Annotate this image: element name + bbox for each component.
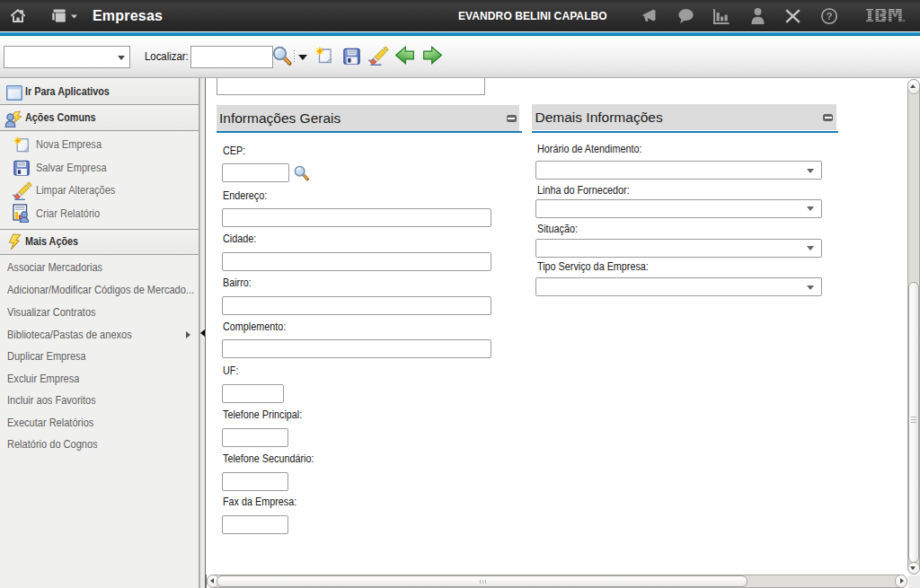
svg-text:?: ?: [826, 11, 832, 22]
